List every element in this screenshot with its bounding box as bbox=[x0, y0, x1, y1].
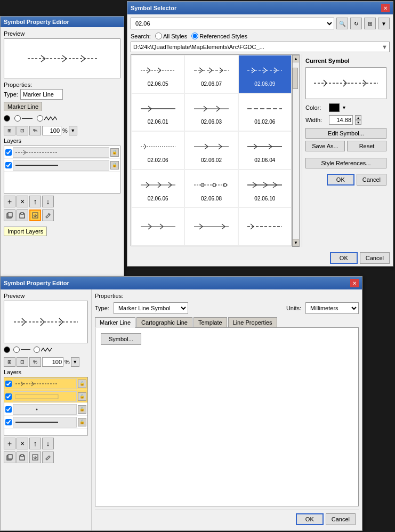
spe-bottom-layer-row-1[interactable]: 🔒 bbox=[4, 377, 87, 390]
tab-marker-line[interactable]: Marker Line bbox=[95, 317, 135, 328]
radio-referenced-input[interactable] bbox=[191, 33, 198, 39]
edit-symbol-btn[interactable]: Edit Symbol... bbox=[305, 128, 386, 139]
radio-all-styles[interactable]: All Styles bbox=[155, 33, 187, 39]
sym-cell-02-06-09[interactable]: 02.06.09 bbox=[238, 55, 292, 93]
sym-selector-cancel-btn[interactable]: Cancel bbox=[357, 174, 386, 186]
sym-cell-extra-3[interactable] bbox=[238, 207, 292, 246]
spe-top-marker-line-tab[interactable]: Marker Line bbox=[4, 102, 42, 111]
layer-2-lock[interactable]: 🔒 bbox=[110, 161, 119, 170]
spe-bottom-edit-btn[interactable] bbox=[42, 452, 54, 463]
zoom-actual-btn[interactable]: ⊡ bbox=[17, 126, 28, 135]
spe-bottom-move-down-btn[interactable]: ↓ bbox=[42, 438, 54, 449]
sym-cell-02-06-01[interactable]: 02.06.01 bbox=[131, 93, 184, 132]
spe-bottom-titlebar[interactable]: Symbol Property Editor ✕ bbox=[1, 277, 362, 289]
paste-layer-btn[interactable] bbox=[17, 209, 28, 221]
sym-cell-02-06-04[interactable]: 02.06.04 bbox=[238, 131, 292, 170]
spe-symbol-btn[interactable]: Symbol... bbox=[101, 333, 141, 345]
radio-zigzag[interactable] bbox=[37, 115, 57, 122]
zoom-dropdown-btn[interactable]: ▼ bbox=[69, 126, 77, 135]
color-dropdown-arrow[interactable]: ▼ bbox=[342, 105, 346, 110]
sym-cell-02-02-06[interactable]: 02.02.06 bbox=[131, 131, 184, 170]
scroll-track[interactable] bbox=[293, 62, 299, 239]
spe-bottom-cancel-btn[interactable]: Cancel bbox=[326, 513, 356, 525]
zoom-percent-btn[interactable]: % bbox=[29, 126, 41, 135]
reset-btn[interactable]: Reset bbox=[347, 141, 386, 151]
radio-circle[interactable] bbox=[4, 115, 10, 122]
spe-bottom-units-dropdown[interactable]: Millimeters bbox=[305, 302, 359, 314]
spe-bottom-radio-zigzag[interactable] bbox=[34, 346, 53, 353]
spe-top-titlebar[interactable]: Symbol Property Editor bbox=[1, 17, 124, 27]
width-spin-down[interactable]: ▼ bbox=[355, 120, 361, 125]
spe-bottom-paste-btn[interactable] bbox=[17, 452, 28, 463]
sym-cell-02-06-10[interactable]: 02.06.10 bbox=[238, 170, 292, 208]
sym-cell-extra-1[interactable] bbox=[131, 207, 184, 246]
sym-cell-02-06-05[interactable]: 02.06.05 bbox=[131, 55, 184, 93]
spe-bottom-radio-line[interactable] bbox=[13, 346, 30, 353]
spe-bottom-layer-3-checkbox[interactable] bbox=[5, 406, 12, 413]
sym-refresh-btn[interactable]: ↻ bbox=[350, 18, 362, 29]
edit-layer-btn[interactable] bbox=[42, 209, 54, 221]
move-down-btn[interactable]: ↓ bbox=[42, 196, 54, 207]
sym-dropdown[interactable]: 02.06 bbox=[131, 18, 334, 29]
spe-bottom-layer-row-4[interactable]: 🔒 bbox=[4, 416, 87, 429]
spe-bottom-add-layer-btn[interactable]: + bbox=[4, 438, 15, 449]
tab-line-properties[interactable]: Line Properties bbox=[228, 317, 277, 327]
width-input[interactable] bbox=[329, 115, 353, 125]
save-as-btn[interactable]: Save As... bbox=[305, 141, 345, 151]
spe-bottom-layer-row-2[interactable]: 🔒 bbox=[4, 390, 87, 403]
sym-cell-02-06-06[interactable]: 02.06.06 bbox=[131, 170, 184, 208]
spe-bottom-zoom-dropdown[interactable]: ▼ bbox=[71, 357, 79, 367]
sym-grid-btn[interactable]: ⊞ bbox=[364, 18, 376, 29]
spe-bottom-layer-row-3[interactable]: 🔒 bbox=[4, 403, 87, 416]
spe-bottom-copy-btn[interactable] bbox=[4, 452, 15, 463]
spe-bottom-type-dropdown[interactable]: Marker Line Symbol bbox=[114, 302, 188, 314]
scroll-up-btn[interactable]: ▲ bbox=[292, 55, 300, 62]
spe-bottom-import-btn[interactable] bbox=[29, 452, 41, 463]
spe-bottom-remove-layer-btn[interactable]: × bbox=[17, 438, 28, 449]
layer-row-1[interactable]: 🔒 bbox=[4, 146, 120, 159]
spe-bottom-radio-circle[interactable] bbox=[4, 346, 10, 353]
layer-row-2[interactable]: 🔒 bbox=[4, 159, 120, 172]
spe-bottom-zoom-fit-btn[interactable]: ⊞ bbox=[4, 357, 15, 367]
zoom-input[interactable] bbox=[42, 126, 61, 135]
sym-cell-extra-2[interactable] bbox=[184, 207, 238, 246]
spe-bottom-layer-1-checkbox[interactable] bbox=[5, 381, 12, 387]
spe-bottom-layer-3-lock[interactable]: 🔒 bbox=[78, 405, 86, 414]
sym-view-btn[interactable]: ▼ bbox=[378, 18, 390, 29]
spe-bottom-close-btn[interactable]: ✕ bbox=[350, 279, 359, 287]
sym-selector-footer-ok-btn[interactable]: OK bbox=[330, 252, 358, 264]
spe-bottom-move-up-btn[interactable]: ↑ bbox=[29, 438, 41, 449]
spe-bottom-layer-4-checkbox[interactable] bbox=[5, 419, 12, 425]
sym-selector-ok-btn[interactable]: OK bbox=[327, 174, 354, 186]
layer-2-checkbox[interactable] bbox=[5, 162, 12, 168]
spe-bottom-layer-2-checkbox[interactable] bbox=[5, 393, 12, 400]
sym-search-btn[interactable]: 🔍 bbox=[336, 18, 348, 29]
spe-bottom-layer-1-lock[interactable]: 🔒 bbox=[78, 380, 86, 388]
scroll-thumb[interactable] bbox=[293, 68, 298, 89]
sym-selector-titlebar[interactable]: Symbol Selector ✕ bbox=[127, 2, 393, 14]
import-layers-btn[interactable] bbox=[29, 209, 41, 221]
spe-bottom-ok-btn[interactable]: OK bbox=[296, 513, 324, 525]
sym-selector-close-btn[interactable]: ✕ bbox=[381, 4, 390, 12]
radio-all-input[interactable] bbox=[155, 33, 162, 39]
spe-bottom-zoom-input[interactable] bbox=[42, 357, 63, 367]
tab-cartographic-line[interactable]: Cartographic Line bbox=[136, 317, 192, 327]
radio-referenced-styles[interactable]: Referenced Styles bbox=[191, 33, 247, 39]
radio-line[interactable] bbox=[14, 115, 33, 122]
layer-1-lock[interactable]: 🔒 bbox=[110, 148, 119, 157]
spe-bottom-zoom-pct-btn[interactable]: % bbox=[29, 357, 41, 367]
copy-layer-btn[interactable] bbox=[4, 209, 15, 221]
sym-cell-02-06-03[interactable]: 02.06.03 bbox=[184, 93, 238, 132]
width-spin-up[interactable]: ▲ bbox=[355, 115, 361, 120]
scroll-down-btn[interactable]: ▼ bbox=[292, 239, 300, 246]
sym-cell-02-06-02[interactable]: 02.06.02 bbox=[184, 131, 238, 170]
move-up-btn[interactable]: ↑ bbox=[29, 196, 41, 207]
spe-bottom-layer-4-lock[interactable]: 🔒 bbox=[78, 418, 86, 426]
add-layer-btn[interactable]: + bbox=[4, 196, 15, 207]
sym-selector-footer-cancel-btn[interactable]: Cancel bbox=[360, 252, 390, 264]
zoom-fit-btn[interactable]: ⊞ bbox=[4, 126, 15, 135]
color-box[interactable] bbox=[329, 103, 340, 112]
style-references-btn[interactable]: Style References... bbox=[305, 158, 386, 168]
remove-layer-btn[interactable]: × bbox=[17, 196, 28, 207]
sym-cell-02-06-08[interactable]: 02.06.08 bbox=[184, 170, 238, 208]
